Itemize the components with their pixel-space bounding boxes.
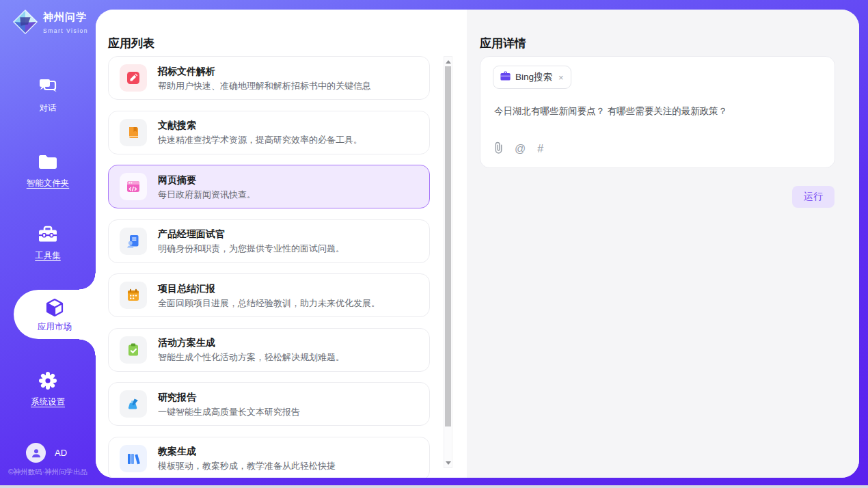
tool-chip-label: Bing搜索 — [515, 71, 552, 83]
app-card-description: 快速精准查找学术资源，提高研究效率的必备工具。 — [158, 134, 362, 146]
sidebar: 神州问学 Smart Vision 对话智能文件夹工具集应用市场系统设置 AD … — [0, 0, 96, 488]
app-card-list: 招标文件解析帮助用户快速、准确地理解和解析招标书中的关键信息文献搜索快速精准查找… — [108, 56, 430, 478]
avatar[interactable] — [26, 443, 46, 463]
user-account[interactable]: AD — [26, 443, 67, 463]
app-card-description: 明确身份和职责，为您提供专业性的面试问题。 — [158, 243, 344, 254]
app-card-title: 项目总结汇报 — [158, 283, 215, 294]
sidebar-item-gear[interactable]: 系统设置 — [0, 369, 96, 408]
window-bottom-strip — [0, 485, 868, 488]
app-card-title: 活动方案生成 — [158, 337, 215, 348]
main-content: 应用列表 招标文件解析帮助用户快速、准确地理解和解析招标书中的关键信息文献搜索快… — [96, 10, 859, 478]
app-card-title: 教案生成 — [158, 446, 196, 457]
scrollbar-track[interactable] — [444, 66, 452, 458]
report-icon — [120, 390, 147, 418]
app-card-description: 帮助用户快速、准确地理解和解析招标书中的关键信息 — [158, 80, 371, 92]
book-icon — [120, 119, 147, 146]
composer-toolbar: @# — [494, 141, 543, 157]
cube-icon — [14, 296, 96, 319]
books-icon — [120, 445, 147, 472]
run-button[interactable]: 运行 — [792, 186, 835, 208]
app-card[interactable]: 研究报告一键智能生成高质量长文本研究报告 — [108, 382, 430, 426]
diamond-logo-icon — [12, 9, 38, 38]
sidebar-item-label: 系统设置 — [0, 396, 96, 408]
prompt-composer: Bing搜索 × 今日湖北有哪些新闻要点？ 有哪些需要关注的最新政策？ @# — [480, 56, 835, 168]
chip-close-icon[interactable]: × — [557, 72, 564, 83]
folder-icon — [0, 150, 96, 174]
toolbox-icon — [0, 223, 96, 246]
prompt-input[interactable]: 今日湖北有哪些新闻要点？ 有哪些需要关注的最新政策？ — [494, 105, 821, 118]
app-card-description: 模板驱动，教案秒成，教学准备从此轻松快捷 — [158, 460, 336, 472]
attachment-icon[interactable] — [494, 141, 503, 157]
clipboard-icon — [120, 336, 147, 364]
sidebar-item-cube[interactable]: 应用市场 — [14, 290, 96, 339]
sidebar-item-label: 应用市场 — [14, 321, 96, 333]
app-card-description: 每日政府新闻资讯快查。 — [158, 189, 256, 200]
sidebar-item-chat[interactable]: 对话 — [0, 75, 96, 114]
scrollbar-thumb[interactable] — [445, 66, 451, 426]
edit-icon — [120, 64, 147, 92]
sidebar-item-label: 工具集 — [0, 250, 96, 262]
webpage-icon — [120, 173, 147, 200]
logo-subtitle: Smart Vision — [43, 27, 88, 34]
app-card[interactable]: 招标文件解析帮助用户快速、准确地理解和解析招标书中的关键信息 — [108, 56, 430, 100]
app-card-description: 智能生成个性化活动方案，轻松解决规划难题。 — [158, 351, 344, 363]
sidebar-item-label: 智能文件夹 — [0, 178, 96, 189]
app-card[interactable]: 文献搜索快速精准查找学术资源，提高研究效率的必备工具。 — [108, 111, 430, 154]
app-card[interactable]: 项目总结汇报全面回顾项目进展，总结经验教训，助力未来优化发展。 — [108, 273, 430, 317]
mention-icon[interactable]: @ — [515, 144, 526, 154]
app-card[interactable]: 网页摘要每日政府新闻资讯快查。 — [108, 165, 430, 208]
interview-icon — [120, 228, 147, 255]
app-card-description: 一键智能生成高质量长文本研究报告 — [158, 406, 300, 418]
app-detail-title: 应用详情 — [480, 36, 526, 51]
app-list-pane: 应用列表 招标文件解析帮助用户快速、准确地理解和解析招标书中的关键信息文献搜索快… — [96, 10, 467, 478]
app-card[interactable]: 产品经理面试官明确身份和职责，为您提供专业性的面试问题。 — [108, 219, 430, 263]
hash-icon[interactable]: # — [537, 144, 543, 154]
scroll-up-icon[interactable] — [444, 57, 452, 66]
gear-icon — [0, 369, 96, 392]
app-card-title: 文献搜索 — [158, 120, 196, 131]
app-card-description: 全面回顾项目进展，总结经验教训，助力未来优化发展。 — [158, 297, 380, 309]
app-logo: 神州问学 Smart Vision — [12, 9, 96, 38]
sidebar-item-toolbox[interactable]: 工具集 — [0, 223, 96, 262]
app-list-scrollbar[interactable] — [444, 56, 452, 468]
calendar-icon — [120, 282, 147, 309]
app-detail-pane: 应用详情 Bing搜索 × 今日湖北有哪些新闻要点？ 有哪些需要关注的最新政策？… — [467, 10, 859, 478]
user-name: AD — [55, 448, 67, 458]
briefcase-icon — [500, 71, 511, 83]
logo-title: 神州问学 — [43, 11, 87, 23]
chat-icon — [0, 75, 96, 98]
sidebar-item-folder[interactable]: 智能文件夹 — [0, 150, 96, 189]
sidebar-item-label: 对话 — [0, 103, 96, 114]
copyright-text: ©神州数码·神州问学出品 — [0, 467, 96, 477]
app-card[interactable]: 教案生成模板驱动，教案秒成，教学准备从此轻松快捷 — [108, 437, 430, 478]
app-card-title: 产品经理面试官 — [158, 228, 225, 239]
app-card-title: 网页摘要 — [158, 174, 196, 185]
app-card[interactable]: 活动方案生成智能生成个性化活动方案，轻松解决规划难题。 — [108, 328, 430, 372]
app-list-title: 应用列表 — [108, 36, 154, 51]
person-icon — [31, 448, 42, 459]
app-card-title: 研究报告 — [158, 392, 196, 403]
scroll-down-icon[interactable] — [444, 458, 452, 467]
app-card-title: 招标文件解析 — [158, 66, 215, 77]
tool-chip-bing-search[interactable]: Bing搜索 × — [493, 66, 571, 89]
